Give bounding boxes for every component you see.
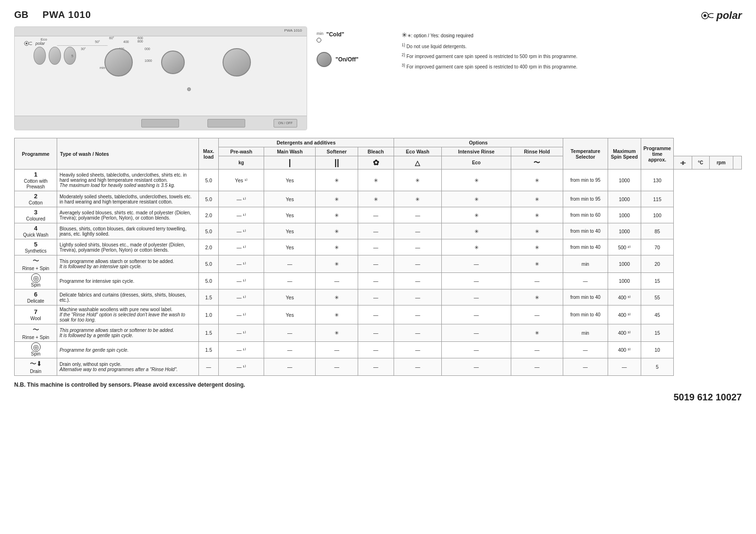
cell-programme-num: 2Cotton bbox=[15, 191, 57, 207]
min-label: min bbox=[317, 31, 324, 36]
cell-programme-num: 5Synthetics bbox=[15, 239, 57, 255]
cell-time: 115 bbox=[641, 191, 673, 207]
cell-spin: — bbox=[608, 358, 641, 376]
cell-eco-wash: — bbox=[394, 207, 441, 223]
cell-notes: This programme allows starch or softener… bbox=[57, 324, 199, 342]
th-programme-time: Programme time approx. bbox=[641, 138, 673, 170]
cell-max-load: 5.0 bbox=[199, 170, 219, 191]
cell-main-wash: Yes bbox=[264, 191, 316, 207]
cell-softener: ✳ bbox=[316, 324, 358, 342]
cell-pre-wash: — ¹⁾ bbox=[219, 289, 264, 305]
cell-notes: Machine washable woollens with pure new … bbox=[57, 305, 199, 324]
table-row: 7Wool Machine washable woollens with pur… bbox=[15, 305, 742, 324]
on-off-label: "On/Off" bbox=[335, 56, 359, 63]
cell-max-load: 5.0 bbox=[199, 191, 219, 207]
cell-notes: Lightly soiled shirts, blouses etc., mad… bbox=[57, 239, 199, 255]
cell-time: 45 bbox=[641, 305, 673, 324]
table-row: 6Delicate Delicate fabrics and curtains … bbox=[15, 289, 742, 305]
cell-spin: 1000 bbox=[608, 207, 641, 223]
top-section: PWA 1010 polar ________________________ … bbox=[14, 26, 742, 130]
cold-label: "Cold" bbox=[326, 31, 344, 38]
table-row: 4Quick Wash Blouses, shirts, cotton blou… bbox=[15, 223, 742, 239]
cell-spin: 1000 bbox=[608, 170, 641, 191]
cell-programme-num: ◎Spin bbox=[15, 342, 57, 358]
cell-max-load: 2.0 bbox=[199, 207, 219, 223]
knob-middle bbox=[161, 51, 185, 74]
cell-bleach: — bbox=[358, 207, 394, 223]
cell-bleach: — bbox=[358, 324, 394, 342]
cell-intensive-rinse: ✳ bbox=[442, 170, 511, 191]
cell-pre-wash: — ¹⁾ bbox=[219, 207, 264, 223]
model-title: PWA 1010 bbox=[43, 9, 91, 20]
cell-eco-wash: — bbox=[394, 255, 441, 273]
cell-max-load: 1.5 bbox=[199, 342, 219, 358]
th-pre-wash: Pre-wash bbox=[219, 147, 264, 156]
table-row: 3Coloured Averagely soiled blouses, shir… bbox=[15, 207, 742, 223]
cell-bleach: ✳ bbox=[358, 191, 394, 207]
cell-softener: ✳ bbox=[316, 289, 358, 305]
cell-eco-wash: — bbox=[394, 273, 441, 289]
table-row: 5Synthetics Lightly soiled shirts, blous… bbox=[15, 239, 742, 255]
cell-rinse-hold: ✳ bbox=[511, 223, 563, 239]
footnote-1: 1) Do not use liquid detergents. bbox=[402, 42, 742, 50]
cell-softener: ✳ bbox=[316, 223, 358, 239]
cell-max-load: 5.0 bbox=[199, 223, 219, 239]
cell-eco-wash: — bbox=[394, 358, 441, 376]
cell-time: 20 bbox=[641, 255, 673, 273]
knob-spin-speed bbox=[223, 48, 251, 76]
on-off-button-machine[interactable]: ON / OFF bbox=[274, 119, 297, 127]
th-programme: Programme bbox=[15, 138, 57, 170]
cell-spin: 500 ²⁾ bbox=[608, 239, 641, 255]
cell-max-load: — bbox=[199, 358, 219, 376]
cell-temp: — bbox=[563, 358, 608, 376]
cell-pre-wash: — ¹⁾ bbox=[219, 255, 264, 273]
cell-temp: from min to 40 bbox=[563, 305, 608, 324]
cell-notes: Blouses, shirts, cotton blouses, dark co… bbox=[57, 223, 199, 239]
cell-time: 100 bbox=[641, 207, 673, 223]
cell-max-load: 5.0 bbox=[199, 273, 219, 289]
th-eco-wash: Eco Wash bbox=[394, 147, 441, 156]
cell-rinse-hold: ✳ bbox=[511, 170, 563, 191]
th-pre-wash-icon: | bbox=[264, 156, 316, 170]
cell-softener: ✳ bbox=[316, 239, 358, 255]
cell-eco-wash: — bbox=[394, 342, 441, 358]
cell-softener: ✳ bbox=[316, 191, 358, 207]
table-row: 〜⬇Drain Drain only, without spin cycle.A… bbox=[15, 358, 742, 376]
machine-brand-text: polar bbox=[35, 41, 45, 46]
cell-max-load: 1.0 bbox=[199, 305, 219, 324]
cell-intensive-rinse: — bbox=[442, 289, 511, 305]
cell-softener: ✳ bbox=[316, 255, 358, 273]
cell-notes: Programme for gentle spin cycle. bbox=[57, 342, 199, 358]
cell-rinse-hold: ✳ bbox=[511, 239, 563, 255]
footnote-header: ✳✳: option / Yes: dosing required bbox=[402, 31, 742, 39]
th-time-empty bbox=[733, 156, 741, 170]
footer-row: 5019 612 10027 bbox=[14, 392, 742, 403]
region-label: GB bbox=[14, 9, 28, 20]
cell-main-wash: — bbox=[264, 255, 316, 273]
th-type-of-wash: Type of wash / Notes bbox=[57, 138, 199, 170]
oval-btn-2 bbox=[49, 47, 61, 65]
oval-btn-3 bbox=[64, 47, 76, 65]
cell-rinse-hold: ✳ bbox=[511, 289, 563, 305]
cell-programme-num: 7Wool bbox=[15, 305, 57, 324]
th-temp-selector: Temperature Selector bbox=[563, 138, 608, 170]
cell-main-wash: Yes bbox=[264, 207, 316, 223]
cell-pre-wash: — ¹⁾ bbox=[219, 191, 264, 207]
th-main-wash: Main Wash bbox=[264, 147, 316, 156]
cell-intensive-rinse: — bbox=[442, 305, 511, 324]
cell-bleach: — bbox=[358, 255, 394, 273]
cell-programme-num: 3Coloured bbox=[15, 207, 57, 223]
cell-max-load: 1.5 bbox=[199, 324, 219, 342]
table-row: 2Cotton Moderately soiled sheets, tablec… bbox=[15, 191, 742, 207]
machine-model-label: PWA 1010 bbox=[284, 28, 302, 33]
cell-intensive-rinse: ✳ bbox=[442, 239, 511, 255]
cell-softener: ✳ bbox=[316, 170, 358, 191]
cell-pre-wash: — ¹⁾ bbox=[219, 305, 264, 324]
th-rinse-hold: Rinse Hold bbox=[511, 147, 563, 156]
cell-programme-num: 1Cotton with Prewash bbox=[15, 170, 57, 191]
cell-temp: min bbox=[563, 324, 608, 342]
cell-bleach: — bbox=[358, 289, 394, 305]
th-softener-icon: ✿ bbox=[358, 156, 394, 170]
cell-intensive-rinse: — bbox=[442, 273, 511, 289]
cell-programme-num: 〜⬇Drain bbox=[15, 358, 57, 376]
